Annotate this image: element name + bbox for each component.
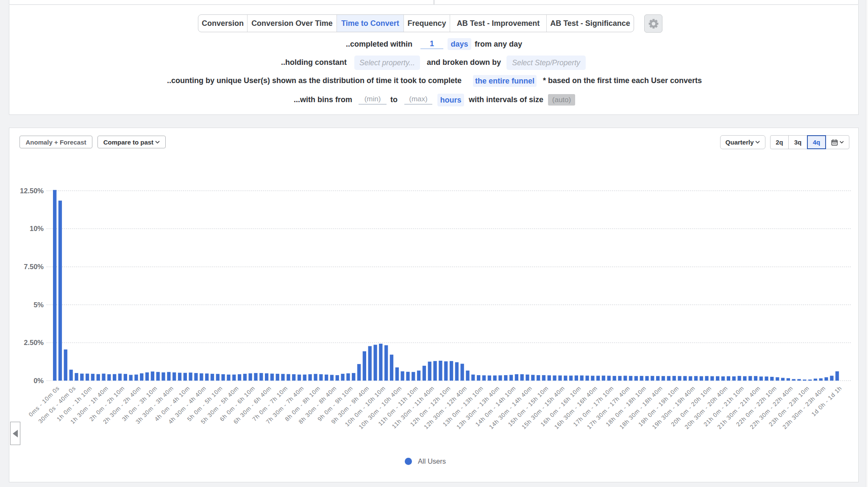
- svg-text:0%: 0%: [33, 377, 44, 384]
- svg-text:5%: 5%: [33, 301, 44, 309]
- svg-text:2.50%: 2.50%: [24, 339, 44, 346]
- svg-text:7.50%: 7.50%: [24, 263, 44, 270]
- svg-text:10%: 10%: [30, 225, 44, 232]
- svg-text:12.50%: 12.50%: [20, 187, 44, 195]
